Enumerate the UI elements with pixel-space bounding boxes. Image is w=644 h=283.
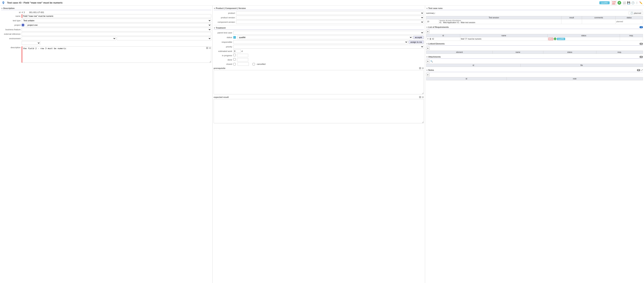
cancelled-checkbox[interactable] xyxy=(252,63,255,66)
external-reference-input[interactable] xyxy=(22,32,211,36)
prereq-grid-icon[interactable]: ⊞ xyxy=(422,67,424,70)
requirements-section-header[interactable]: List of Requirements 1 xyxy=(426,26,643,29)
component-version-label: component version xyxy=(214,21,236,23)
estimated-work-input[interactable] xyxy=(233,50,241,53)
notes-title: Notes xyxy=(426,69,434,71)
add-requirement-button[interactable]: + xyxy=(426,30,430,33)
req-delete-button[interactable]: 🗑 xyxy=(430,38,432,40)
add-note-button[interactable]: + xyxy=(426,73,430,76)
status-button[interactable]: qualifié xyxy=(599,1,610,4)
description-section-header[interactable]: Description xyxy=(1,7,211,10)
product-version-row: product version xyxy=(214,16,424,20)
attachments-header[interactable]: Attachments 0 xyxy=(426,55,643,59)
project-select[interactable]: project one xyxy=(26,23,211,27)
attachments-count: 0 xyxy=(640,56,643,58)
more-icon[interactable]: ⋮ xyxy=(636,1,638,4)
product-section-header[interactable]: Product | Component | Version xyxy=(214,7,424,10)
planned-badge: 🕐 planned xyxy=(629,11,643,15)
parent-test-case-select[interactable] xyxy=(233,31,424,34)
expected-result-section: expected result 🖼 ⊞ xyxy=(214,96,424,124)
middle-panel: Product | Component | Version product pr… xyxy=(212,6,425,283)
in-progress-checkbox[interactable] xyxy=(233,54,236,56)
edit-icon[interactable]: ✏️ xyxy=(639,1,642,4)
prerequisite-textarea[interactable] xyxy=(214,70,424,94)
save-icon[interactable]: 💾 xyxy=(627,1,630,4)
notes-header[interactable]: Notes 0 ⤢ xyxy=(426,68,643,72)
description-label: description xyxy=(1,46,22,48)
component-version-select[interactable] xyxy=(236,20,424,24)
summary-label: summary : xyxy=(426,12,436,14)
id-number: 3 xyxy=(24,11,25,14)
done-checkbox[interactable] xyxy=(233,58,236,60)
responsible-select[interactable] xyxy=(233,40,408,44)
accepte-button[interactable]: accepté xyxy=(413,36,424,39)
req-edit-button[interactable]: ✏ xyxy=(427,38,429,40)
closed-checkbox[interactable] xyxy=(233,63,236,66)
closed-row: closed cancelled xyxy=(214,62,424,66)
req-date-badge: 31/05 xyxy=(548,38,553,40)
closed-value[interactable] xyxy=(238,62,249,66)
grid-icon[interactable]: ⊞ xyxy=(209,47,211,49)
linked-elements-header[interactable]: Linked Elements 0 xyxy=(426,42,643,46)
done-value[interactable] xyxy=(237,58,248,62)
attachments-title: Attachments xyxy=(426,56,441,58)
expected-image-icon[interactable]: 🖼 xyxy=(419,96,421,98)
done-label: done xyxy=(214,59,233,61)
component-version-row: component version xyxy=(214,20,424,24)
test-run-row: 10 Session de tests d'évolutions #1 Web … xyxy=(426,19,643,24)
linked-col-resp: resp. xyxy=(596,51,643,54)
clock-icon: 🕐 xyxy=(630,12,633,14)
name-input[interactable] xyxy=(22,14,211,18)
test-type-select[interactable]: Test unitaire xyxy=(22,19,211,22)
date-badge: 31/052023 xyxy=(611,0,617,5)
attachment-search-icon[interactable]: 🔍 xyxy=(430,60,433,62)
extra-dropdown-row xyxy=(1,41,211,45)
prereq-image-icon[interactable]: 🖼 xyxy=(419,67,421,70)
status-label: status xyxy=(214,36,233,38)
environment-row: environment xyxy=(1,36,211,40)
business-feature-select[interactable] xyxy=(22,28,211,32)
history-icon[interactable]: 🕐 xyxy=(631,1,634,4)
description-textarea[interactable]: the field 2 - row 3 must be numeric xyxy=(22,46,211,63)
priority-select[interactable] xyxy=(233,45,424,48)
in-progress-value[interactable] xyxy=(237,54,248,57)
image-icon[interactable]: 🖼 xyxy=(206,47,208,49)
test-type-label: test type xyxy=(1,20,22,22)
req-id: #2 xyxy=(432,38,434,40)
note-col-id: id xyxy=(426,77,506,80)
att-col-file: file xyxy=(520,64,643,67)
status-select[interactable]: qualifié xyxy=(238,36,412,39)
requirements-table: id name status resp. ✏ 🗑 #2 field "2" xyxy=(426,34,643,41)
environment-select-2[interactable] xyxy=(117,36,211,40)
name-row: name xyxy=(1,14,211,18)
assign-to-me-button[interactable]: assign to me xyxy=(409,40,424,44)
estimated-work-label: estimated work xyxy=(214,50,233,52)
req-col-id: id xyxy=(426,34,460,37)
test-case-runs-header[interactable]: Test case runs xyxy=(426,7,643,10)
done-row: done xyxy=(214,58,424,62)
product-version-select[interactable] xyxy=(236,16,424,20)
col-session: Test session xyxy=(426,16,562,19)
responsible-row: responsible assign to me xyxy=(214,40,424,44)
run-result xyxy=(562,19,582,24)
in-progress-row: in progress xyxy=(214,54,424,57)
req-col-status: status xyxy=(548,34,620,37)
product-row: product xyxy=(214,11,424,15)
id-label: id xyxy=(1,11,22,14)
expected-grid-icon[interactable]: ⊞ xyxy=(422,96,424,98)
external-reference-row: external reference xyxy=(1,32,211,36)
environment-select-1[interactable] xyxy=(22,36,116,40)
extra-select[interactable] xyxy=(22,41,40,45)
monitor-icon[interactable]: ⬜ xyxy=(623,1,626,4)
product-select[interactable] xyxy=(236,11,424,15)
requirements-title: List of Requirements xyxy=(426,26,449,28)
add-linked-element-button[interactable]: + xyxy=(426,46,430,50)
notes-expand-icon[interactable]: ⤢ xyxy=(641,69,643,71)
col-result: result xyxy=(562,16,582,19)
planned-label: planned xyxy=(634,12,641,14)
treatment-section-header[interactable]: Treatment xyxy=(214,26,424,30)
external-reference-label: external reference xyxy=(1,33,22,35)
notes-count: 0 xyxy=(637,69,640,71)
add-attachment-button[interactable]: + xyxy=(426,60,430,63)
expected-result-textarea[interactable] xyxy=(214,99,424,123)
